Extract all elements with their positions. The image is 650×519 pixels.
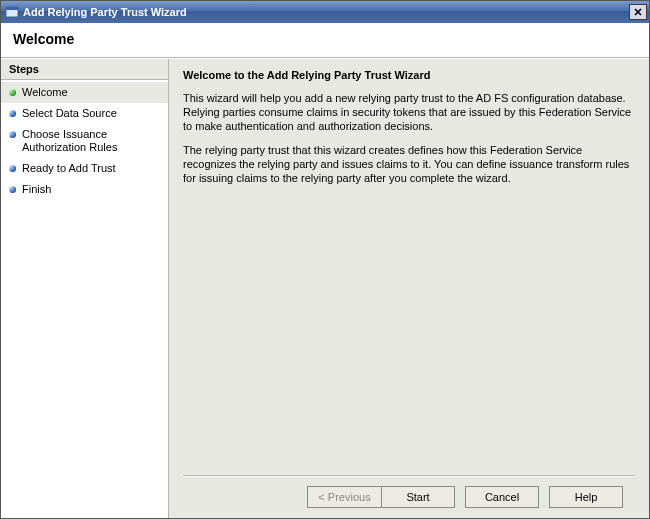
previous-button: < Previous: [307, 486, 381, 508]
wizard-window: Add Relying Party Trust Wizard Welcome S…: [0, 0, 650, 519]
step-finish[interactable]: Finish: [1, 179, 168, 200]
window-title: Add Relying Party Trust Wizard: [23, 6, 629, 18]
steps-list: Welcome Select Data Source Choose Issuan…: [1, 80, 168, 202]
step-label: Choose Issuance Authorization Rules: [22, 128, 162, 154]
step-label: Welcome: [22, 86, 162, 99]
titlebar: Add Relying Party Trust Wizard: [1, 1, 649, 23]
start-button[interactable]: Start: [381, 486, 455, 508]
button-row: < Previous Start Cancel Help: [183, 475, 635, 518]
content-paragraph-2: The relying party trust that this wizard…: [183, 143, 635, 185]
app-icon: [5, 5, 19, 19]
bullet-icon: [9, 186, 16, 193]
step-welcome[interactable]: Welcome: [1, 82, 168, 103]
content-paragraph-1: This wizard will help you add a new rely…: [183, 91, 635, 133]
bullet-icon: [9, 110, 16, 117]
bullet-icon: [9, 131, 16, 138]
step-label: Finish: [22, 183, 162, 196]
cancel-button[interactable]: Cancel: [465, 486, 539, 508]
step-ready-to-add-trust[interactable]: Ready to Add Trust: [1, 158, 168, 179]
step-label: Select Data Source: [22, 107, 162, 120]
help-button[interactable]: Help: [549, 486, 623, 508]
steps-header: Steps: [1, 59, 168, 80]
step-label: Ready to Add Trust: [22, 162, 162, 175]
content-heading: Welcome to the Add Relying Party Trust W…: [183, 69, 635, 81]
step-select-data-source[interactable]: Select Data Source: [1, 103, 168, 124]
close-button[interactable]: [629, 4, 647, 20]
steps-sidebar: Steps Welcome Select Data Source Choose …: [1, 59, 169, 518]
page-header: Welcome: [1, 23, 649, 58]
nav-button-group: < Previous Start: [307, 486, 455, 508]
page-title: Welcome: [13, 31, 637, 47]
content-inner: Welcome to the Add Relying Party Trust W…: [183, 69, 635, 475]
bullet-icon: [9, 89, 16, 96]
wizard-body: Steps Welcome Select Data Source Choose …: [1, 58, 649, 518]
svg-rect-1: [6, 7, 18, 10]
step-choose-issuance-authorization-rules[interactable]: Choose Issuance Authorization Rules: [1, 124, 168, 158]
content-pane: Welcome to the Add Relying Party Trust W…: [169, 59, 649, 518]
bullet-icon: [9, 165, 16, 172]
